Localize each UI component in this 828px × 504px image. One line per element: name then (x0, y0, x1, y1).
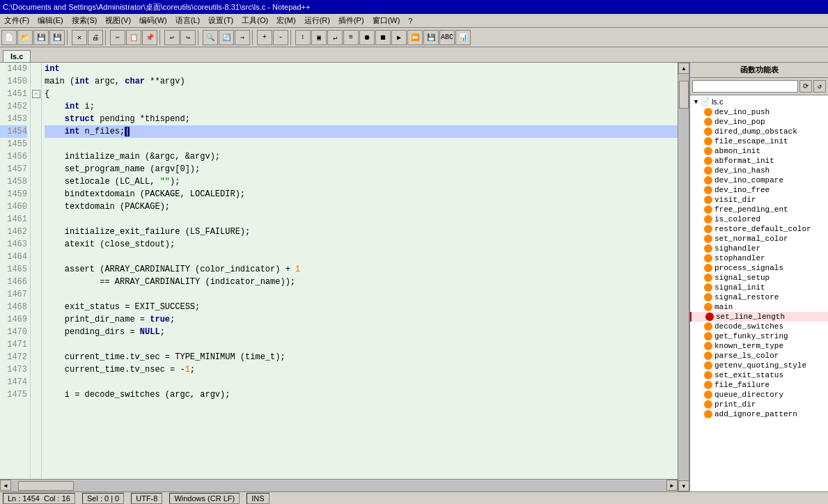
copy-button[interactable]: 📋 (126, 30, 141, 45)
tree-item-file_failure[interactable]: file_failure (690, 380, 828, 390)
tab-ls-c[interactable]: ls.c (3, 50, 31, 62)
menu-tools[interactable]: 工具(O) (237, 14, 272, 27)
tree-item-visit_dir[interactable]: visit_dir (690, 195, 828, 205)
menu-plugins[interactable]: 插件(P) (334, 14, 368, 27)
tree-collapse-icon[interactable]: ▼ (693, 98, 699, 105)
tree-item-known_term_type[interactable]: known_term_type (690, 341, 828, 351)
tree-item-get_funky_string[interactable]: get_funky_string (690, 331, 828, 341)
menu-file[interactable]: 文件(F) (0, 14, 33, 27)
zoom-out-button[interactable]: - (273, 30, 288, 45)
fold-marker-1451[interactable]: - (32, 90, 40, 98)
vscroll-track[interactable] (678, 74, 689, 480)
tree-item-file_escape_init[interactable]: file_escape_init (690, 136, 828, 146)
panel-search-input[interactable] (692, 80, 798, 93)
tree-item-set_normal_color[interactable]: set_normal_color (690, 234, 828, 244)
tree-item-dev_ino_hash[interactable]: dev_ino_hash (690, 166, 828, 175)
tree-item-decode_switches[interactable]: decode_switches (690, 322, 828, 331)
vertical-scrollbar[interactable]: ▲ ▼ (678, 63, 689, 491)
tree-root-item[interactable]: ▼ 📄 ls.c (690, 95, 828, 107)
code-line-1464 (45, 251, 678, 263)
tree-item-abformat_init[interactable]: abformat_init (690, 156, 828, 166)
tree-item-queue_directory[interactable]: queue_directory (690, 390, 828, 400)
tree-item-dev_ino_pop[interactable]: dev_ino_pop (690, 117, 828, 127)
tree-item-main[interactable]: main (690, 302, 828, 312)
macro-stop-button[interactable]: ⏹ (375, 30, 391, 45)
macro-save-button[interactable]: 💾 (423, 30, 439, 45)
hscroll-left-btn[interactable]: ◀ (0, 480, 11, 491)
macro-rec-button[interactable]: ⏺ (359, 30, 375, 45)
close-button[interactable]: ✕ (72, 30, 87, 45)
open-button[interactable]: 📂 (17, 30, 33, 45)
function-label-file_failure: file_failure (714, 381, 770, 389)
tree-item-dev_ino_compare[interactable]: dev_ino_compare (690, 175, 828, 185)
tree-items-container: dev_ino_pushdev_ino_popdired_dump_obstac… (690, 107, 828, 419)
tree-item-stophandler[interactable]: stophandler (690, 253, 828, 263)
code-lines[interactable]: int main (int argc, char **argv) { int i… (42, 63, 678, 479)
tree-item-dev_ino_push[interactable]: dev_ino_push (690, 107, 828, 117)
goto-button[interactable]: ⇒ (235, 30, 250, 45)
tree-item-is_colored[interactable]: is_colored (690, 214, 828, 224)
sync-button[interactable]: ↕ (295, 30, 311, 45)
tree-item-restore_default_color[interactable]: restore_default_color (690, 224, 828, 234)
tree-item-dev_ino_free[interactable]: dev_ino_free (690, 185, 828, 195)
new-button[interactable]: 📄 (1, 30, 17, 45)
vscroll-up-btn[interactable]: ▲ (678, 63, 689, 74)
vscroll-thumb[interactable] (679, 81, 689, 109)
redo-button[interactable]: ↪ (180, 30, 196, 45)
tree-item-getenv_quoting_style[interactable]: getenv_quoting_style (690, 361, 828, 370)
wordwrap-button[interactable]: ↵ (327, 30, 343, 45)
menu-view[interactable]: 视图(V) (101, 14, 135, 27)
save-button[interactable]: 💾 (33, 30, 49, 45)
save-all-button[interactable]: 💾 (49, 30, 65, 45)
tree-item-print_dir[interactable]: print_dir (690, 400, 828, 409)
tree-item-abmon_init[interactable]: abmon_init (690, 146, 828, 156)
menu-edit[interactable]: 编辑(E) (33, 14, 68, 27)
menu-encode[interactable]: 编码(W) (135, 14, 171, 27)
menu-settings[interactable]: 设置(T) (204, 14, 237, 27)
panel-search-button[interactable]: ⟳ (799, 80, 812, 93)
hscroll-thumb[interactable] (18, 481, 74, 491)
undo-button[interactable]: ↩ (164, 30, 180, 45)
code-line-1453: struct pending *thispend; (45, 113, 678, 125)
tree-item-set_line_length[interactable]: set_line_length (690, 312, 828, 322)
print-button[interactable]: 🖨 (88, 30, 103, 45)
tree-item-signal_setup[interactable]: signal_setup (690, 273, 828, 283)
horizontal-scrollbar[interactable]: ◀ ▶ (0, 479, 678, 491)
zoom-in-button[interactable]: + (257, 30, 272, 45)
function-label-main: main (714, 303, 733, 311)
function-tree[interactable]: ▼ 📄 ls.c dev_ino_pushdev_ino_popdired_du… (690, 95, 828, 491)
line-num-1468: 1468 (0, 301, 27, 313)
panel-refresh-button[interactable]: ↺ (813, 80, 826, 93)
macro-run-button[interactable]: ⏩ (407, 30, 423, 45)
tree-item-signal_restore[interactable]: signal_restore (690, 292, 828, 302)
tree-item-sighandler[interactable]: sighandler (690, 244, 828, 253)
tree-item-dired_dump_obstack[interactable]: dired_dump_obstack (690, 127, 828, 136)
hscroll-right-btn[interactable]: ▶ (666, 480, 678, 491)
menu-help[interactable]: ? (404, 15, 416, 26)
function-label-is_colored: is_colored (714, 215, 760, 223)
macro-play-button[interactable]: ▶ (391, 30, 407, 45)
replace-button[interactable]: 🔄 (219, 30, 234, 45)
code-content-area[interactable]: 1449 1450 1451 1452 1453 1454 1455 1456 … (0, 63, 689, 491)
spell-button[interactable]: ABC (439, 30, 455, 45)
menu-macro[interactable]: 宏(M) (272, 14, 300, 27)
menu-lang[interactable]: 语言(L) (171, 14, 204, 27)
indent-button[interactable]: ≡ (343, 30, 359, 45)
tree-item-free_pending_ent[interactable]: free_pending_ent (690, 205, 828, 214)
menu-run[interactable]: 运行(R) (300, 14, 334, 27)
find-button[interactable]: 🔍 (203, 30, 218, 45)
cut-button[interactable]: ✂ (110, 30, 125, 45)
tree-item-process_signals[interactable]: process_signals (690, 263, 828, 273)
monitor-button[interactable]: 📊 (455, 30, 471, 45)
vscroll-down-btn[interactable]: ▼ (678, 480, 689, 491)
tree-item-add_ignore_pattern[interactable]: add_ignore_pattern (690, 409, 828, 419)
tree-item-parse_ls_color[interactable]: parse_ls_color (690, 351, 828, 361)
menu-window[interactable]: 窗口(W) (368, 14, 405, 27)
paste-button[interactable]: 📌 (142, 30, 157, 45)
menu-search[interactable]: 搜索(S) (68, 14, 102, 27)
tree-item-signal_init[interactable]: signal_init (690, 283, 828, 292)
code-editor[interactable]: 1449 1450 1451 1452 1453 1454 1455 1456 … (0, 63, 689, 491)
panel-search-bar: ⟳ ↺ (690, 78, 828, 95)
tree-item-set_exit_status[interactable]: set_exit_status (690, 370, 828, 380)
split-button[interactable]: ▣ (311, 30, 327, 45)
